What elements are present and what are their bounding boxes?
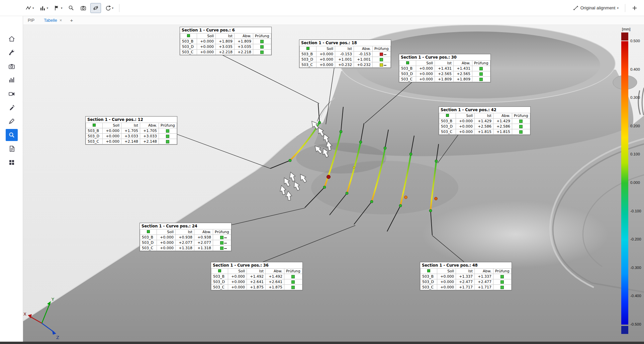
measurement-callout[interactable]: Section 1 - Curve pos.: 48SollIstAbw.Prü… <box>420 262 512 290</box>
callout-column-header: Soll <box>103 123 121 128</box>
callout-column-header: Abw. <box>266 269 284 274</box>
curve-icon <box>427 269 430 272</box>
measurement-callout[interactable]: Section 1 - Curve pos.: 30SollIstAbw.Prü… <box>399 54 491 82</box>
measurement-callout[interactable]: Section 1 - Curve pos.: 12SollIstAbw.Prü… <box>85 116 177 145</box>
measurement-callout[interactable]: Section 1 - Curve pos.: 18SollIstAbw.Prü… <box>299 40 391 68</box>
tab-pip[interactable]: PIP <box>23 16 39 24</box>
camera-icon <box>8 63 15 70</box>
callout-table: SollIstAbw.Prüfung503_B+0.000+1.705+1.70… <box>86 123 177 144</box>
ist-value: +1.318 <box>176 246 194 251</box>
element-name: 503_D <box>439 124 456 129</box>
measurement-callout[interactable]: Section 1 - Curve pos.: 42SollIstAbw.Prü… <box>439 107 531 135</box>
histogram-tool-button[interactable]: ▾ <box>38 3 50 13</box>
sidebar-item-search[interactable] <box>6 129 18 141</box>
callout-table: SollIstAbw.Prüfung503_B+0.000+0.938+0.93… <box>140 229 231 251</box>
curve-icon <box>306 47 309 50</box>
report-icon <box>8 145 15 152</box>
alignment-label: Original alignment <box>579 5 617 10</box>
scale-tick-label: -0.500 <box>630 322 641 326</box>
callout-column-header: Abw. <box>354 46 373 52</box>
top-toolbar: ▾ ▾ ▾ <box>0 0 644 16</box>
abw-value: +1.001 <box>354 57 373 62</box>
scale-gradient[interactable] <box>621 41 628 325</box>
element-name: 503_D <box>86 134 103 139</box>
deviation-color-scale[interactable]: [mm] 0.5000.4000.3000.2000.1000.000-0.10… <box>621 27 644 337</box>
sidebar-item-video[interactable] <box>6 88 18 100</box>
element-name: 503_B <box>211 274 228 279</box>
abw-value: +1.337 <box>475 274 493 279</box>
ist-value: +3.035 <box>216 44 235 50</box>
element-name: 503_B <box>140 235 157 240</box>
callout-column-header: Prüfung <box>472 61 490 66</box>
callout-column-header: Abw. <box>493 113 512 119</box>
status-indicator-icon <box>260 40 264 43</box>
callout-column-header: Prüfung <box>253 33 271 39</box>
flag-label-tool-button[interactable]: ▾ <box>52 3 64 13</box>
callout-title: Section 1 - Curve pos.: 48 <box>420 262 512 268</box>
add-view-button[interactable] <box>630 4 639 12</box>
sidebar-item-tools[interactable] <box>6 47 18 59</box>
abw-value: +2.565 <box>454 71 472 77</box>
snapshot-icon <box>80 5 87 11</box>
callout-column-header: Ist <box>475 113 493 119</box>
scale-tick-label: 0.400 <box>630 67 640 71</box>
flag-label-icon <box>54 5 60 11</box>
abw-value: +1.431 <box>454 66 472 71</box>
callout-column-header: Ist <box>121 123 140 128</box>
axis-x-label: X <box>23 312 26 317</box>
alignment-selector[interactable]: Original alignment ▾ <box>571 4 620 12</box>
layout-grid-icon <box>8 159 15 166</box>
sidebar-item-camera[interactable] <box>6 60 18 72</box>
callout-column-header: Ist <box>176 229 194 235</box>
callout-row: 503_B+0.000+0.938+0.938 <box>140 235 231 240</box>
sidebar-item-pen[interactable] <box>6 115 18 127</box>
element-name: 503_D <box>180 44 197 50</box>
tab-tabelle[interactable]: Tabelle × <box>39 16 67 24</box>
toolbar-separator <box>119 4 119 12</box>
callout-column-header: Ist <box>216 33 235 39</box>
close-tab-icon[interactable]: × <box>60 18 62 23</box>
sidebar-item-histogram[interactable] <box>6 74 18 86</box>
soll-value: +0.000 <box>228 279 247 285</box>
sidebar-item-paint[interactable] <box>6 101 18 114</box>
soll-value: +0.000 <box>456 129 475 135</box>
ist-value: +2.565 <box>435 71 454 77</box>
callout-title: Section 1 - Curve pos.: 30 <box>399 54 490 60</box>
ist-value: +1.815 <box>475 129 493 135</box>
new-tab-button[interactable]: + <box>67 17 76 23</box>
callout-title: Section 1 - Curve pos.: 36 <box>211 262 302 268</box>
ist-value: +2.586 <box>475 124 493 129</box>
measurement-callout[interactable]: Section 1 - Curve pos.: 36SollIstAbw.Prü… <box>211 262 303 290</box>
element-name: 503_C <box>300 62 316 68</box>
soll-value: +0.000 <box>316 52 335 57</box>
rotate-view-button[interactable]: ▾ <box>103 3 115 13</box>
metrology-app-window: { "toolbar": { "alignment_label": "Origi… <box>0 0 644 344</box>
abw-value: +0.232 <box>354 62 373 68</box>
snapshot-button[interactable] <box>78 3 88 13</box>
sync-views-button[interactable] <box>90 3 101 13</box>
status-indicator-icon <box>500 275 504 278</box>
tab-label: PIP <box>28 18 34 23</box>
element-name: 503_D <box>300 57 316 62</box>
element-name: 503_D <box>399 71 416 77</box>
rotate-options-caret[interactable]: ▾ <box>112 6 114 10</box>
element-name: 503_B <box>300 52 316 57</box>
element-name: 503_B <box>439 119 456 124</box>
callout-column-header: Prüfung <box>512 113 530 119</box>
scale-tick-label: -0.100 <box>630 209 641 213</box>
measurement-callout[interactable]: Section 1 - Curve pos.: 6SollIstAbw.Prüf… <box>180 27 272 55</box>
add-icon <box>632 5 638 11</box>
callout-column-header: Abw. <box>235 33 253 39</box>
sidebar-item-report[interactable] <box>6 143 18 155</box>
abw-value: +3.035 <box>235 44 253 50</box>
deviation-tool-button[interactable]: ▾ <box>23 3 36 13</box>
element-name: 503_C <box>86 139 103 144</box>
zoom-tool-button[interactable] <box>66 3 76 13</box>
soll-value: +0.000 <box>456 124 475 129</box>
measurement-callout[interactable]: Section 1 - Curve pos.: 24SollIstAbw.Prü… <box>140 223 232 251</box>
ist-value: +1.337 <box>456 274 475 279</box>
soll-value: +0.000 <box>456 119 475 124</box>
sidebar-item-layouts[interactable] <box>6 156 18 168</box>
sidebar-item-home[interactable] <box>6 33 18 45</box>
element-name: 503_C <box>140 246 157 251</box>
